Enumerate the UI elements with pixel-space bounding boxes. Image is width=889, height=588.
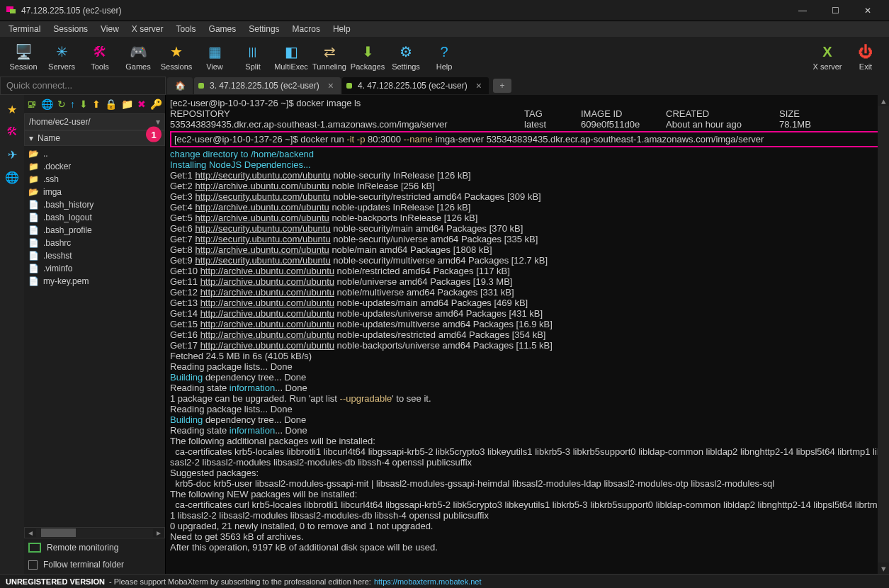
follow-terminal-label: Follow terminal folder bbox=[43, 560, 124, 570]
file-item[interactable]: .ssh bbox=[24, 173, 165, 186]
sidebar-h-scrollbar[interactable]: ◂ ▸ bbox=[24, 527, 165, 538]
toolbar-packages[interactable]: ⬇Packages bbox=[349, 43, 387, 71]
fileicon-icon bbox=[28, 213, 39, 222]
toolbar-settings[interactable]: ⚙Settings bbox=[387, 43, 425, 71]
file-name: .bash_profile bbox=[43, 225, 92, 235]
scroll-up-icon[interactable]: ▴ bbox=[878, 95, 889, 106]
toolbar-split[interactable]: ⫼Split bbox=[234, 43, 272, 71]
packages-icon: ⬇ bbox=[358, 43, 377, 61]
menu-games[interactable]: Games bbox=[203, 22, 242, 36]
fileicon-icon bbox=[28, 264, 39, 273]
session-tab-2[interactable]: 4. 47.128.225.105 (ec2-user) × bbox=[342, 77, 489, 94]
toolbar-label: Sessions bbox=[161, 62, 193, 71]
toolbar-label: Games bbox=[125, 62, 150, 71]
file-name: .bash_logout bbox=[43, 213, 92, 222]
file-name: my-key.pem bbox=[43, 276, 89, 286]
terminal-output[interactable]: [ec2-user@ip-10-0-137-26 ~]$ docker imag… bbox=[166, 95, 889, 574]
lock-icon[interactable]: 🔒 bbox=[105, 98, 117, 111]
toolbar-sessions[interactable]: ★Sessions bbox=[157, 43, 196, 71]
toolbar-multiexec[interactable]: ◧MultiExec bbox=[272, 43, 310, 71]
file-item[interactable]: .lesshst bbox=[24, 249, 165, 262]
sftp-icon[interactable]: 🖳 bbox=[27, 98, 37, 111]
upload-icon[interactable]: ⬆ bbox=[92, 98, 101, 111]
annotation-badge: 1 bbox=[146, 127, 162, 142]
send-tab-icon[interactable]: ✈ bbox=[4, 146, 21, 163]
tools-tab-icon[interactable]: 🛠 bbox=[4, 123, 21, 140]
file-item[interactable]: .bash_logout bbox=[24, 211, 165, 224]
toolbar-tunneling[interactable]: ⇄Tunneling bbox=[310, 43, 349, 71]
menu-macros[interactable]: Macros bbox=[287, 22, 326, 36]
file-name: .. bbox=[43, 149, 48, 159]
toolbar-help[interactable]: ?Help bbox=[425, 43, 463, 71]
minimize-button[interactable]: — bbox=[787, 1, 818, 21]
close-icon[interactable]: × bbox=[328, 80, 334, 91]
menu-terminal[interactable]: Terminal bbox=[3, 22, 46, 36]
sidebar-toolbar: 🖳 🌐 ↻ ↑ ⬇ ⬆ 🔒 📁 ✖ 🔑 bbox=[24, 95, 165, 113]
file-item[interactable]: .bash_profile bbox=[24, 224, 165, 237]
toolbar-tools[interactable]: 🛠Tools bbox=[81, 43, 119, 71]
menu-view[interactable]: View bbox=[95, 22, 125, 36]
menu-x-server[interactable]: X server bbox=[126, 22, 169, 36]
tab-label: 4. 47.128.225.105 (ec2-user) bbox=[358, 81, 468, 91]
file-item[interactable]: .viminfo bbox=[24, 262, 165, 275]
checkbox-icon[interactable] bbox=[28, 560, 38, 570]
file-name: .bash_history bbox=[43, 200, 94, 210]
file-item[interactable]: imga bbox=[24, 186, 165, 198]
delete-icon[interactable]: ✖ bbox=[137, 98, 146, 111]
highlighted-command: [ec2-user@ip-10-0-137-26 ~]$ docker run … bbox=[170, 131, 885, 147]
follow-terminal-checkbox[interactable]: Follow terminal folder bbox=[28, 560, 161, 570]
toolbar-x-server[interactable]: XX server bbox=[808, 43, 846, 71]
terminal-v-scrollbar[interactable]: ▴ ▾ bbox=[878, 95, 889, 574]
key-icon[interactable]: 🔑 bbox=[150, 98, 162, 111]
view-icon: ▦ bbox=[205, 43, 224, 61]
scroll-down-icon[interactable]: ▾ bbox=[878, 562, 889, 574]
quick-connect-input[interactable]: Quick connect... bbox=[0, 77, 166, 95]
file-item[interactable]: .bash_history bbox=[24, 198, 165, 211]
up-icon[interactable]: ↑ bbox=[70, 98, 75, 111]
home-tab[interactable]: 🏠 bbox=[167, 77, 193, 94]
menubar: TerminalSessionsViewX serverToolsGamesSe… bbox=[0, 21, 889, 37]
menu-settings[interactable]: Settings bbox=[243, 22, 285, 36]
folderopen-icon bbox=[28, 149, 39, 159]
toolbar-servers[interactable]: ✳Servers bbox=[43, 43, 81, 71]
session-tab-1[interactable]: 3. 47.128.225.105 (ec2-user) × bbox=[194, 77, 341, 94]
file-name: .docker bbox=[43, 162, 71, 171]
toolbar-label: View bbox=[206, 62, 223, 71]
new-tab-button[interactable]: + bbox=[493, 79, 511, 93]
file-item[interactable]: .. bbox=[24, 147, 165, 160]
menu-sessions[interactable]: Sessions bbox=[47, 22, 94, 36]
file-name: .ssh bbox=[43, 174, 59, 184]
toolbar-session[interactable]: 🖥️Session bbox=[4, 43, 43, 71]
monitor-icon bbox=[28, 543, 41, 553]
newfolder-icon[interactable]: 📁 bbox=[121, 98, 133, 111]
toolbar-view[interactable]: ▦View bbox=[196, 43, 234, 71]
scrollbar-thumb[interactable] bbox=[41, 528, 77, 537]
x-server-icon: X bbox=[818, 43, 837, 61]
toolbar-games[interactable]: 🎮Games bbox=[119, 43, 157, 71]
maximize-button[interactable]: ☐ bbox=[820, 1, 851, 21]
refresh-icon[interactable]: ↻ bbox=[57, 98, 66, 111]
chevron-down-icon[interactable]: ▾ bbox=[152, 117, 164, 127]
main-toolbar: 🖥️Session✳Servers🛠Tools🎮Games★Sessions▦V… bbox=[0, 37, 889, 77]
remote-monitoring-button[interactable]: Remote monitoring bbox=[28, 543, 161, 553]
window-title: 47.128.225.105 (ec2-user) bbox=[21, 6, 787, 16]
path-input[interactable]: /home/ec2-user/ bbox=[25, 117, 152, 127]
favorites-tab-icon[interactable]: ★ bbox=[4, 101, 21, 118]
download-icon[interactable]: ⬇ bbox=[79, 98, 88, 111]
close-button[interactable]: ✕ bbox=[852, 1, 883, 21]
column-header[interactable]: ▾ Name bbox=[24, 130, 165, 146]
file-item[interactable]: my-key.pem bbox=[24, 275, 165, 288]
toolbar-exit[interactable]: ⏻Exit bbox=[846, 43, 885, 71]
menu-tools[interactable]: Tools bbox=[171, 22, 202, 36]
globe-icon[interactable]: 🌐 bbox=[41, 98, 53, 111]
path-bar[interactable]: /home/ec2-user/ ▾ 1 bbox=[24, 113, 165, 130]
mobatek-link[interactable]: https://mobaxterm.mobatek.net bbox=[374, 577, 482, 586]
close-icon[interactable]: × bbox=[476, 80, 482, 91]
settings-icon: ⚙ bbox=[397, 43, 415, 61]
globe-tab-icon[interactable]: 🌐 bbox=[4, 169, 21, 186]
file-name: .viminfo bbox=[43, 264, 72, 273]
file-item[interactable]: .bashrc bbox=[24, 237, 165, 249]
menu-help[interactable]: Help bbox=[327, 22, 356, 36]
toolbar-label: Packages bbox=[351, 62, 385, 71]
file-item[interactable]: .docker bbox=[24, 160, 165, 173]
